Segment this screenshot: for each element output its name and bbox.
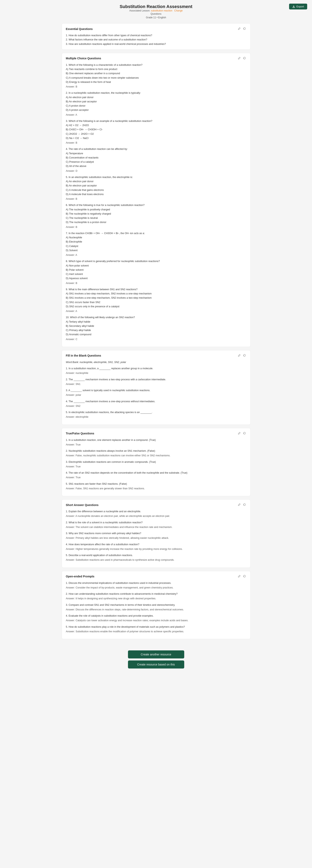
qa-block: 5. In an electrophilic substitution reac… [66,175,246,201]
qa-block: 3. Which of the following is an example … [66,119,246,145]
question-text: 4. How does temperature affect the rate … [66,542,246,547]
qa-block: 4. Evaluate the role of catalysts in sub… [66,614,246,623]
edit-icon [238,432,241,435]
essential-questions-header: Essential Questions [66,27,246,31]
qa-block: 2. Nucleophilic substitution reactions a… [66,449,246,458]
create-another-button[interactable]: Create another resource [128,650,184,658]
tf-refresh-button[interactable] [243,431,246,436]
fb-edit-button[interactable] [238,353,241,358]
page-header: Substitution Reaction Assessment Associa… [0,0,312,21]
qa-block: 6. Which of the following is true for a … [66,203,246,229]
export-button[interactable]: Export [289,4,307,9]
question-text: 7. In the reaction CH3Br + OH- → CH3OH +… [66,231,246,253]
answer-text: Answer: False, nucleophilic substitution… [66,454,246,458]
question-text: 4. The ________ mechanism involves a one… [66,399,246,404]
qa-block: 4. How does temperature affect the rate … [66,542,246,552]
question-text: 4. The rate of an SN2 reaction depends o… [66,471,246,475]
multiple-choice-section: Multiple Choice Questions 1. Which of th… [62,53,250,347]
answer-text: Answer: The solvent can stabilize interm… [66,525,246,529]
qa-block: 9. What is the main difference between S… [66,287,246,313]
qa-block: 4. The ________ mechanism involves a one… [66,399,246,408]
mc-edit-button[interactable] [238,56,241,61]
qa-block: 2. In a nucleophilic substitution reacti… [66,91,246,117]
qa-block: 4. The rate of an SN2 reaction depends o… [66,471,246,480]
content-area: Essential Questions 1. How do substituti… [58,21,254,646]
answer-text: Answer: Consider the impact of by-produc… [66,586,246,590]
mc-refresh-button[interactable] [243,56,246,61]
essential-refresh-button[interactable] [243,27,246,31]
essential-questions-content: 1. How do substitution reactions differ … [66,33,246,46]
essential-q3: 3. How are substitution reactions applie… [66,42,246,46]
open-ended-actions [238,575,246,579]
qa-block: 3. Compare and contrast SN1 and SN2 mech… [66,603,246,612]
true-false-section: True/False Questions 1. In a substitutio… [62,428,250,496]
qa-block: 3. Why are SN2 reactions more common wit… [66,531,246,540]
answer-text: Answer: A nucleophile donates an electro… [66,514,246,518]
lesson-link[interactable]: substitution reaction [151,9,172,12]
refresh-icon [243,503,246,506]
short-answer-section: Short Answer Questions 1. Explain the di… [62,499,250,568]
edit-icon [238,57,241,60]
question-text: 2. The ________ mechanism involves a two… [66,377,246,382]
qa-block: 5. In electrophilic substitution reactio… [66,410,246,419]
fb-refresh-button[interactable] [243,353,246,358]
bottom-buttons: Create another resource Create resource … [0,646,312,675]
answer-text: Answer: True [66,443,246,447]
associated-lesson: Associated Lesson: substitution reaction… [0,9,312,12]
short-answer-header: Short Answer Questions [66,503,246,507]
refresh-icon [243,354,246,357]
answer-text: Answer: A [66,253,246,257]
answer-text: Answer: Discuss the differences in react… [66,608,246,612]
sa-refresh-button[interactable] [243,503,246,507]
edit-icon [238,354,241,357]
qa-block: 5. SN1 reactions are faster than SN2 rea… [66,482,246,491]
open-ended-header: Open-ended Prompts [66,575,246,579]
question-text: 3. Why are SN2 reactions more common wit… [66,531,246,535]
answer-text: Answer: Substitution reactions are used … [66,558,246,562]
qa-block: 10. Which of the following will likely u… [66,315,246,341]
question-text: 2. What is the role of a solvent in a nu… [66,521,246,525]
multiple-choice-content: 1. Which of the following is a character… [66,63,246,341]
question-text: 3. Which of the following is an example … [66,119,246,141]
oe-refresh-button[interactable] [243,575,246,579]
answer-text: Answer: B [66,281,246,285]
create-based-button[interactable]: Create resource based on this [128,660,184,669]
qa-block: 1. Which of the following is a character… [66,63,246,89]
change-link[interactable]: Change [174,9,183,12]
answer-text: Answer: SN2 [66,404,246,408]
sa-edit-button[interactable] [238,503,241,507]
question-text: 5. Describe a real-world application of … [66,553,246,557]
question-text: 3. Electrophilic substitution reactions … [66,460,246,464]
answer-text: Answer: D [66,169,246,173]
question-text: 2. In a nucleophilic substitution reacti… [66,91,246,112]
export-icon [292,5,295,8]
short-answer-content: 1. Explain the difference between a nucl… [66,509,246,562]
question-text: 10. Which of the following will likely u… [66,315,246,337]
multiple-choice-header: Multiple Choice Questions [66,56,246,61]
answer-text: Answer: True [66,475,246,479]
question-text: 4. Evaluate the role of catalysts in sub… [66,614,246,618]
answer-text: Answer: False, SN1 reactions are general… [66,487,246,491]
question-text: 5. In electrophilic substitution reactio… [66,410,246,414]
question-text: 2. How can understanding substitution re… [66,592,246,596]
question-text: 3. Compare and contrast SN1 and SN2 mech… [66,603,246,607]
answer-text: Answer: C [66,337,246,341]
qa-block: 3. Electrophilic substitution reactions … [66,460,246,469]
true-false-header: True/False Questions [66,431,246,436]
tf-edit-button[interactable] [238,431,241,436]
answer-text: Answer: electrophile [66,415,246,419]
essential-q2: 2. What factors influence the rate and o… [66,38,246,42]
refresh-icon [243,432,246,435]
edit-icon [238,27,241,30]
qa-block: 5. Describe a real-world application of … [66,553,246,562]
question-text: 2. Nucleophilic substitution reactions a… [66,449,246,453]
essential-questions-actions [238,27,246,31]
qa-block: 8. Which type of solvent is generally pr… [66,259,246,285]
true-false-title: True/False Questions [66,432,95,435]
answer-text: Answer: B [66,85,246,89]
essential-edit-button[interactable] [238,27,241,31]
oe-edit-button[interactable] [238,575,241,579]
open-ended-title: Open-ended Prompts [66,575,95,578]
answer-text: Answer: polar [66,393,246,397]
question-text: 3. A ________ solvent is typically used … [66,389,246,393]
